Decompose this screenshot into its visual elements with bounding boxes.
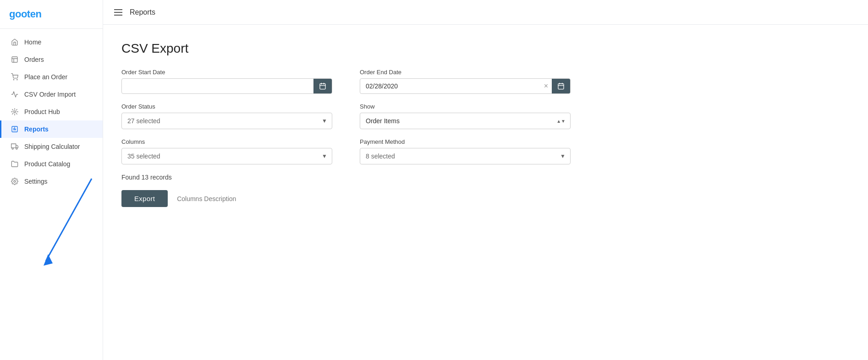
payment-method-group: Payment Method 8 selected ▼ [360, 138, 571, 164]
columns-group: Columns 35 selected ▼ [121, 138, 332, 164]
home-icon [11, 38, 19, 46]
payment-method-select[interactable]: 8 selected [360, 148, 570, 164]
csv-icon [11, 90, 19, 98]
svg-point-2 [17, 79, 17, 80]
svg-point-1 [13, 79, 14, 80]
sidebar-item-reports[interactable]: Reports [0, 120, 103, 138]
svg-point-9 [14, 180, 16, 182]
shipping-icon [11, 142, 19, 151]
sidebar-item-product-catalog[interactable]: Product Catalog [0, 155, 103, 173]
page-content: CSV Export Order Start Date Order End Da… [103, 25, 868, 360]
sidebar-nav: Home Orders Place an Order [0, 29, 103, 360]
order-end-date-group: Order End Date × [360, 69, 571, 94]
order-start-date-input[interactable] [122, 79, 313, 93]
columns-description-link[interactable]: Columns Description [177, 195, 236, 202]
order-end-date-clear-button[interactable]: × [540, 80, 552, 92]
main-area: Reports CSV Export Order Start Date [103, 0, 868, 360]
logo-area: gooten [0, 0, 103, 29]
calendar-icon-2 [557, 82, 565, 90]
sidebar-item-product-hub-label: Product Hub [24, 108, 60, 115]
product-hub-icon [11, 108, 19, 116]
order-start-date-calendar-button[interactable] [313, 79, 332, 93]
svg-rect-5 [11, 144, 16, 148]
columns-select-wrapper: 35 selected ▼ [121, 148, 332, 164]
form-grid: Order Start Date Order End Date × [121, 69, 571, 164]
svg-point-3 [14, 111, 16, 113]
actions-row: Export Columns Description [121, 190, 571, 207]
export-button[interactable]: Export [121, 190, 168, 207]
sidebar-item-home[interactable]: Home [0, 33, 103, 51]
columns-label: Columns [121, 138, 332, 145]
sidebar-item-shipping-calculator[interactable]: Shipping Calculator [0, 138, 103, 155]
menu-toggle[interactable] [114, 9, 122, 16]
svg-marker-6 [16, 145, 18, 147]
svg-point-7 [12, 148, 13, 149]
topbar: Reports [103, 0, 868, 25]
sidebar-item-home-label: Home [24, 38, 41, 46]
page-title: CSV Export [121, 41, 850, 56]
order-start-date-input-wrapper [121, 78, 332, 94]
sidebar-item-shipping-label: Shipping Calculator [24, 143, 80, 150]
sidebar: gooten Home Orders [0, 0, 103, 360]
payment-method-select-wrapper: 8 selected ▼ [360, 148, 571, 164]
sidebar-item-orders[interactable]: Orders [0, 51, 103, 68]
sidebar-item-catalog-label: Product Catalog [24, 160, 70, 168]
sidebar-item-place-an-order-label: Place an Order [24, 73, 67, 81]
show-select[interactable]: Order Items [360, 113, 570, 129]
svg-rect-0 [12, 57, 17, 62]
svg-point-8 [16, 148, 17, 149]
sidebar-item-orders-label: Orders [24, 56, 44, 63]
reports-icon [11, 125, 19, 133]
show-select-wrapper: Order Items ▲▼ [360, 113, 571, 129]
sidebar-item-place-an-order[interactable]: Place an Order [0, 68, 103, 86]
order-end-date-input[interactable] [360, 79, 540, 93]
sidebar-item-csv-order-import[interactable]: CSV Order Import [0, 86, 103, 103]
order-status-select-wrapper: 27 selected ▼ [121, 113, 332, 129]
columns-select[interactable]: 35 selected [122, 148, 332, 164]
sidebar-item-reports-label: Reports [24, 125, 49, 133]
order-end-date-input-wrapper: × [360, 78, 571, 94]
sidebar-item-product-hub[interactable]: Product Hub [0, 103, 103, 120]
catalog-icon [11, 160, 19, 168]
show-group: Show Order Items ▲▼ [360, 103, 571, 129]
place-order-icon [11, 73, 19, 81]
order-status-group: Order Status 27 selected ▼ [121, 103, 332, 129]
order-start-date-group: Order Start Date [121, 69, 332, 94]
topbar-title: Reports [130, 8, 155, 16]
svg-rect-14 [558, 84, 564, 89]
calendar-icon [319, 82, 326, 90]
sidebar-item-settings[interactable]: Settings [0, 173, 103, 190]
order-status-label: Order Status [121, 103, 332, 110]
sidebar-item-csv-label: CSV Order Import [24, 91, 76, 98]
order-start-date-label: Order Start Date [121, 69, 332, 76]
order-end-date-calendar-button[interactable] [552, 79, 570, 93]
orders-icon [11, 55, 19, 64]
logo: gooten [9, 8, 41, 20]
show-label: Show [360, 103, 571, 110]
order-status-select[interactable]: 27 selected [122, 113, 332, 129]
order-end-date-label: Order End Date [360, 69, 571, 76]
svg-rect-10 [320, 84, 325, 89]
payment-method-label: Payment Method [360, 138, 571, 145]
found-records: Found 13 records [121, 174, 571, 181]
settings-icon [11, 177, 19, 185]
sidebar-item-settings-label: Settings [24, 178, 48, 185]
